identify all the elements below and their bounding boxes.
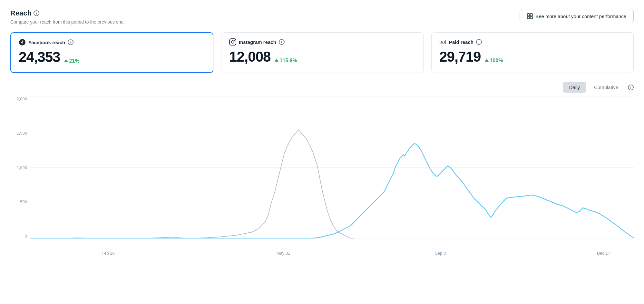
svg-point-6 — [231, 41, 234, 43]
see-more-label: See more about your content performance — [535, 14, 626, 19]
svg-rect-3 — [530, 16, 532, 19]
previous-period-line — [30, 130, 354, 238]
chart-svg — [30, 96, 634, 238]
facebook-change-value: 21% — [69, 58, 80, 64]
facebook-value-row: 24,353 21% — [19, 49, 205, 65]
paid-change-value: 100% — [490, 58, 503, 64]
instagram-value-row: 12,008 115.9% — [229, 49, 415, 65]
y-label-0: 0 — [25, 234, 27, 238]
instagram-metric-header: Instagram reach i — [229, 38, 415, 46]
instagram-reach-card[interactable]: Instagram reach i 12,008 115.9% — [221, 32, 424, 73]
paid-metric-change: 100% — [485, 58, 503, 64]
svg-rect-0 — [527, 14, 530, 16]
page-header: Reach i Compare your reach from this per… — [10, 9, 634, 25]
paid-info-icon[interactable]: i — [476, 39, 482, 45]
svg-rect-2 — [527, 16, 530, 19]
paid-metric-label: Paid reach — [449, 39, 473, 45]
facebook-metric-value: 24,353 — [19, 49, 60, 65]
metrics-row: Facebook reach i 24,353 21% Instagram re… — [10, 32, 634, 73]
y-label-2000: 2,000 — [16, 96, 27, 101]
daily-toggle-button[interactable]: Daily — [563, 82, 586, 93]
title-info-icon[interactable]: i — [34, 10, 39, 16]
chart-area: 2,000 1,500 1,000 500 0 Feb 20 May 31 Se… — [10, 96, 634, 264]
svg-point-7 — [234, 40, 235, 41]
facebook-arrow-up-icon — [64, 59, 68, 62]
current-period-line — [30, 143, 634, 238]
instagram-icon — [229, 38, 236, 46]
instagram-metric-change: 115.9% — [275, 58, 297, 64]
paid-arrow-up-icon — [485, 59, 489, 62]
title-block: Reach i Compare your reach from this per… — [10, 9, 125, 25]
chart-controls: Daily Cumulative i — [10, 82, 634, 93]
svg-rect-5 — [229, 39, 236, 45]
see-more-button[interactable]: See more about your content performance — [520, 9, 634, 23]
instagram-arrow-up-icon — [275, 59, 278, 62]
paid-metric-header: Paid reach i — [439, 38, 626, 46]
cumulative-toggle-button[interactable]: Cumulative — [588, 82, 625, 93]
x-label-feb20: Feb 20 — [102, 251, 114, 256]
table-icon — [527, 13, 533, 19]
facebook-metric-change: 21% — [64, 58, 80, 64]
svg-rect-1 — [530, 14, 532, 16]
y-label-500: 500 — [20, 199, 27, 204]
x-label-dec17: Dec 17 — [597, 251, 610, 256]
chart-svg-container — [30, 96, 634, 238]
instagram-info-icon[interactable]: i — [279, 39, 285, 45]
x-axis-labels: Feb 20 May 31 Sep 8 Dec 17 — [30, 248, 634, 264]
facebook-reach-card[interactable]: Facebook reach i 24,353 21% — [10, 32, 213, 73]
instagram-change-value: 115.9% — [280, 58, 297, 64]
facebook-info-icon[interactable]: i — [68, 39, 73, 45]
facebook-metric-label: Facebook reach — [28, 40, 65, 45]
x-label-may31: May 31 — [277, 251, 290, 256]
page-title-line: Reach i — [10, 9, 125, 17]
chart-info-icon[interactable]: i — [628, 85, 634, 90]
instagram-metric-label: Instagram reach — [239, 39, 276, 45]
x-label-sep8: Sep 8 — [435, 251, 446, 256]
y-axis-labels: 2,000 1,500 1,000 500 0 — [10, 96, 30, 238]
paid-value-row: 29,719 100% — [439, 49, 626, 65]
facebook-icon — [19, 39, 26, 46]
paid-reach-card[interactable]: Paid reach i 29,719 100% — [431, 32, 634, 73]
paid-metric-value: 29,719 — [439, 49, 481, 65]
page-subtitle: Compare your reach from this period to t… — [10, 19, 125, 25]
facebook-metric-header: Facebook reach i — [19, 39, 205, 46]
y-label-1500: 1,500 — [16, 131, 27, 136]
y-label-1000: 1,000 — [16, 165, 27, 170]
page-title: Reach — [10, 9, 32, 17]
paid-icon — [439, 38, 446, 46]
instagram-metric-value: 12,008 — [229, 49, 271, 65]
